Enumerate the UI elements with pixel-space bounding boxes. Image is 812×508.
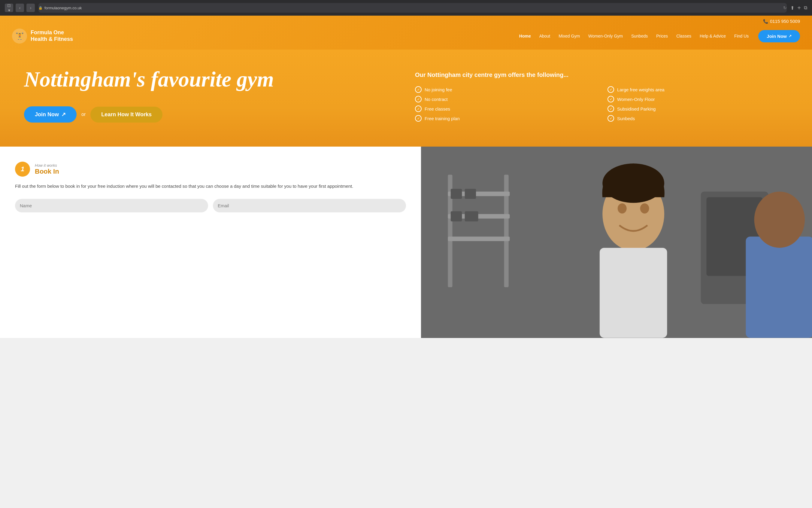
logo-area[interactable]: 🏋 Formula One Health & Fitness — [12, 29, 73, 44]
external-link-icon: ↗ — [788, 34, 792, 38]
check-icon-4: ✓ — [415, 115, 422, 122]
check-icon-6: ✓ — [607, 96, 614, 102]
browser-chrome: ⊡ ▾ ‹ › 🔒 formulaonegym.co.uk ↻ ⬆ + ⧉ — [0, 0, 812, 15]
windows-button[interactable]: ⧉ — [804, 5, 807, 10]
step-number: 1 — [15, 162, 30, 177]
browser-controls: ⊡ ▾ ‹ › — [5, 4, 35, 12]
nav-item-prices[interactable]: Prices — [652, 32, 672, 40]
hero-join-icon: ↗ — [61, 111, 66, 118]
name-input[interactable] — [15, 199, 208, 212]
phone-text: 0115 950 5009 — [770, 18, 800, 24]
hero-join-now-label: Join Now — [35, 112, 59, 118]
gym-image-area — [421, 146, 812, 338]
header-join-now-button[interactable]: Join Now ↗ — [758, 30, 800, 42]
svg-rect-17 — [746, 237, 812, 338]
check-icon-8: ✓ — [607, 115, 614, 122]
nav-item-sunbeds[interactable]: Sunbeds — [628, 32, 651, 40]
feature-label-3: Free classes — [424, 107, 450, 112]
features-grid: ✓ No joining fee ✓ Large free weights ar… — [415, 86, 788, 122]
main-nav: Home About Mixed Gym Women-Only Gym Sunb… — [515, 32, 753, 40]
gym-photo-svg — [421, 146, 812, 338]
step-header: 1 How it works Book In — [15, 162, 406, 177]
svg-rect-5 — [448, 237, 510, 241]
header-join-now-label: Join Now — [767, 34, 787, 39]
lower-left: 1 How it works Book In Fill out the form… — [0, 146, 421, 338]
reload-button[interactable]: ↻ — [783, 5, 787, 10]
feature-label-4: Free training plan — [424, 116, 460, 121]
lock-icon: 🔒 — [38, 6, 43, 10]
feature-item-5: ✓ Large free weights area — [607, 86, 788, 93]
svg-point-18 — [754, 192, 805, 248]
sidebar-toggle-button[interactable]: ⊡ ▾ — [5, 4, 13, 12]
share-button[interactable]: ⬆ — [791, 5, 794, 11]
feature-label-5: Large free weights area — [617, 87, 665, 92]
phone-number: 📞 0115 950 5009 — [763, 18, 800, 24]
logo-line2: Health & Fitness — [31, 36, 73, 43]
nav-item-home[interactable]: Home — [515, 32, 535, 40]
check-icon-1: ✓ — [415, 86, 422, 93]
browser-actions: ⬆ + ⧉ — [791, 4, 807, 11]
feature-item-6: ✓ Women-Only Floor — [607, 96, 788, 102]
gym-photo — [421, 146, 812, 338]
hero-section: Nottingham's favourite gym Join Now ↗ or… — [0, 50, 812, 146]
feature-label-8: Sunbeds — [617, 116, 635, 121]
check-icon-2: ✓ — [415, 96, 422, 102]
hero-left: Nottingham's favourite gym Join Now ↗ or… — [24, 68, 397, 123]
top-bar: 📞 0115 950 5009 — [12, 15, 800, 25]
feature-item-7: ✓ Subsidised Parking — [607, 105, 788, 112]
feature-item-4: ✓ Free training plan — [415, 115, 595, 122]
svg-rect-7 — [465, 189, 476, 199]
nav-item-women-only-gym[interactable]: Women-Only Gym — [585, 32, 626, 40]
nav-item-classes[interactable]: Classes — [673, 32, 695, 40]
address-bar[interactable]: 🔒 formulaonegym.co.uk ↻ — [38, 3, 787, 13]
svg-rect-9 — [465, 211, 479, 221]
logo-text: Formula One Health & Fitness — [31, 30, 73, 42]
hero-subtitle: Our Nottingham city centre gym offers th… — [415, 71, 788, 79]
svg-rect-13 — [600, 248, 667, 338]
hero-join-now-button[interactable]: Join Now ↗ — [24, 107, 77, 123]
svg-rect-6 — [451, 189, 462, 199]
email-input[interactable] — [213, 199, 406, 212]
hero-right: Our Nottingham city centre gym offers th… — [415, 68, 788, 122]
check-icon-5: ✓ — [607, 86, 614, 93]
step-label: How it works — [35, 163, 59, 168]
step-title: Book In — [35, 168, 59, 175]
feature-item-8: ✓ Sunbeds — [607, 115, 788, 122]
step-title-block: How it works Book In — [35, 163, 59, 175]
logo-icon: 🏋 — [12, 29, 27, 44]
feature-label-2: No contract — [424, 97, 448, 102]
feature-item-1: ✓ No joining fee — [415, 86, 595, 93]
nav-item-mixed-gym[interactable]: Mixed Gym — [555, 32, 583, 40]
back-button[interactable]: ‹ — [15, 4, 24, 12]
nav-row: 🏋 Formula One Health & Fitness Home Abou… — [12, 25, 800, 50]
nav-item-find-us[interactable]: Find Us — [731, 32, 752, 40]
check-icon-3: ✓ — [415, 105, 422, 112]
svg-point-14 — [618, 203, 627, 214]
feature-label-1: No joining fee — [424, 87, 452, 92]
phone-icon: 📞 — [763, 19, 768, 24]
or-text: or — [81, 112, 86, 117]
svg-rect-8 — [451, 211, 462, 221]
learn-how-button[interactable]: Learn How It Works — [90, 107, 163, 123]
hero-title: Nottingham's favourite gym — [24, 68, 397, 91]
site-header: 📞 0115 950 5009 🏋 Formula One Health & F… — [0, 15, 812, 50]
svg-rect-2 — [504, 175, 509, 287]
add-tab-button[interactable]: + — [797, 4, 801, 11]
hero-buttons: Join Now ↗ or Learn How It Works — [24, 107, 397, 123]
nav-item-about[interactable]: About — [536, 32, 554, 40]
website: 📞 0115 950 5009 🏋 Formula One Health & F… — [0, 15, 812, 338]
forward-button[interactable]: › — [27, 4, 35, 12]
feature-label-7: Subsidised Parking — [617, 107, 656, 112]
step-description: Fill out the form below to book in for y… — [15, 183, 406, 190]
feature-item-2: ✓ No contract — [415, 96, 595, 102]
check-icon-7: ✓ — [607, 105, 614, 112]
nav-item-help-advice[interactable]: Help & Advice — [696, 32, 729, 40]
logo-line1: Formula One — [31, 30, 73, 36]
lower-section: 1 How it works Book In Fill out the form… — [0, 146, 812, 338]
feature-item-3: ✓ Free classes — [415, 105, 595, 112]
form-row — [15, 199, 406, 212]
svg-point-15 — [640, 203, 649, 214]
feature-label-6: Women-Only Floor — [617, 97, 655, 102]
url-text: formulaonegym.co.uk — [44, 6, 82, 10]
